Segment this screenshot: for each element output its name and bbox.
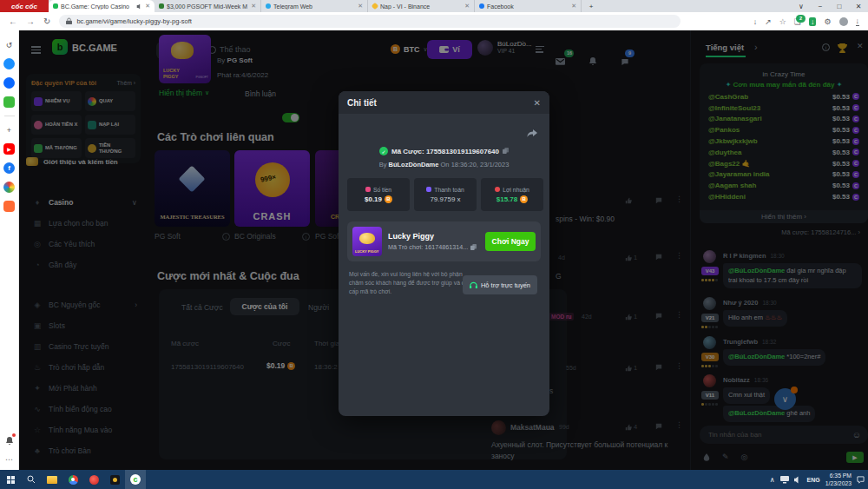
browser-tab-pgsoft[interactable]: $3,000 PGSOFT Mid-Week M ✕ [155,0,261,12]
coccoc-taskbar-icon[interactable]: c [125,470,146,489]
network-icon[interactable] [780,476,789,484]
play-now-button[interactable]: Chơi Ngay [485,232,536,251]
bookmark-star-icon[interactable]: ☆ [779,17,786,26]
extensions-icon[interactable]: ⚙ [824,17,831,26]
address-bar[interactable]: bc.game/vi/game/lucky-piggy-by-pg-soft [59,15,681,28]
divider [4,116,15,116]
share-icon[interactable] [527,126,537,142]
volume-icon[interactable] [794,476,802,484]
coccoc-brand[interactable]: cốc cốc [0,0,49,12]
stat-payout: Thanh toán 79.9759 x [414,178,477,211]
pgsoft-favicon [159,3,164,9]
downloads-icon[interactable]: ↓ [809,17,817,26]
file-explorer-icon[interactable] [42,470,62,489]
stat-profit: Lợi nhuận $15.78B [481,178,543,211]
game-id-value: 16174861314... [424,243,468,251]
modal-game-card: LUCKY PIGGY Lucky Piggy Mã Trò chơi: 161… [347,221,541,261]
player-name[interactable]: BúLozDồnDame [389,161,439,169]
more-icon[interactable]: ⋯ [3,453,15,465]
game-thumb[interactable]: LUCKY PIGGY [352,227,382,256]
share-icon[interactable]: ↗ [765,17,772,26]
url-text: bc.game/vi/game/lucky-piggy-by-pg-soft [76,17,192,25]
shop-cart-icon[interactable] [3,201,15,212]
browser-toolbar: ← → ↻ bc.game/vi/game/lucky-piggy-by-pg-… [0,12,868,31]
tab-audio-icon[interactable] [136,3,142,10]
browser-tab-binance[interactable]: Nap - VI - Binance ✕ [368,0,475,12]
tray-date: 1/23/2023 [825,480,852,486]
copy-icon[interactable] [470,244,477,251]
tray-time: 6:35 PM [830,472,852,479]
browser-tab-telegram[interactable]: Telegram Web ✕ [261,0,368,12]
profile-avatar-icon[interactable] [839,17,848,26]
support-button[interactable]: Hỗ trợ trực tuyến [463,275,537,294]
chrome-icon[interactable] [62,470,83,489]
stat-amount: Số tiền $0.19B [347,178,410,211]
history-icon[interactable]: ↺ [3,39,15,50]
bell-red-dot [12,433,16,437]
bet-id-row: ✓ Mã Cược: 1755813019119607640 [339,147,549,155]
tray-expand-icon[interactable]: ∧ [770,476,775,484]
forward-icon[interactable]: → [26,17,35,26]
lock-icon [66,17,72,25]
tab-close-icon[interactable]: ✕ [145,3,150,10]
browser-tab-bcgame[interactable]: BC.Game: Crypto Casino ✕ [49,0,155,12]
windows-taskbar: c ∧ ENG 6:35 PM1/23/2023 [0,470,868,489]
search-icon[interactable] [21,470,42,489]
copy-icon[interactable] [503,148,509,155]
bet-by-row: By BúLozDồnDame On 18:36:20, 23/1/2023 [339,161,549,169]
clock[interactable]: 6:35 PM1/23/2023 [825,472,852,487]
modal-title: Chi tiết [347,98,377,108]
support-label: Hỗ trợ trực tuyến [481,281,530,289]
tab-close-icon[interactable]: ✕ [464,3,470,10]
offer-badge: 2 [796,15,806,23]
action-center-icon[interactable] [857,476,865,484]
game-name: Lucky Piggy [388,232,479,241]
language-indicator[interactable]: ENG [807,477,820,483]
coccoc-brand-label: cốc cốc [11,3,37,10]
save-page-icon[interactable]: ↓ [753,17,758,26]
tab-label: BC.Game: Crypto Casino [61,3,134,10]
tab-close-icon[interactable]: ✕ [251,3,256,10]
modal-close-icon[interactable]: ✕ [534,98,541,108]
bcgame-page: b BC.GAME Đặc quyền VIP của tôi Thêm › N… [19,30,868,470]
modal-help-text: Mọi vấn đề, xin vui lòng liên hệ với bộ … [349,270,477,297]
candy-app-icon[interactable] [3,182,15,193]
tab-close-icon[interactable]: ✕ [358,3,363,10]
browser-tab-facebook[interactable]: Facebook ✕ [475,0,582,12]
tab-label: Nap - VI - Binance [380,3,462,10]
coccoc-offer-icon[interactable]: ❏2 [794,17,801,26]
download-tray-icon[interactable]: ↓ [856,17,860,26]
start-button[interactable] [0,470,21,489]
minimize-button[interactable]: − [811,0,830,12]
games-icon[interactable] [3,96,15,108]
binance-favicon [372,3,378,10]
browser-side-rail: ↺ + ▶ f ⋯ [0,30,19,470]
telegram-favicon [266,3,271,9]
zalo-icon[interactable] [3,77,15,89]
amount-icon [365,187,371,192]
messenger-icon[interactable] [3,58,15,69]
reload-icon[interactable]: ↻ [43,17,50,26]
close-window-button[interactable]: ✕ [849,0,868,12]
add-shortcut-icon[interactable]: + [3,124,15,135]
maximize-button[interactable]: □ [830,0,849,12]
new-tab-button[interactable]: + [582,0,601,12]
payout-icon [426,187,431,192]
red-app-icon[interactable] [83,470,104,489]
new-tab-label: + [589,3,594,10]
tab-label: $3,000 PGSOFT Mid-Week M [167,3,248,10]
tab-label: Telegram Web [273,3,355,10]
bet-datetime: 18:36:20, 23/1/2023 [451,161,510,169]
facebook-favicon [479,3,484,9]
tab-search-icon[interactable]: ∨ [792,0,811,12]
browser-tabstrip: cốc cốc BC.Game: Crypto Casino ✕ $3,000 … [0,0,868,12]
back-icon[interactable]: ← [9,17,17,26]
screen: cốc cốc BC.Game: Crypto Casino ✕ $3,000 … [0,0,868,489]
gold-app-icon[interactable] [104,470,125,489]
facebook-icon[interactable]: f [3,162,15,174]
youtube-icon[interactable]: ▶ [3,143,15,155]
tab-close-icon[interactable]: ✕ [571,3,576,10]
notifications-bell-icon[interactable] [3,434,15,446]
win-check-icon: ✓ [379,147,388,155]
profit-icon [495,187,500,192]
